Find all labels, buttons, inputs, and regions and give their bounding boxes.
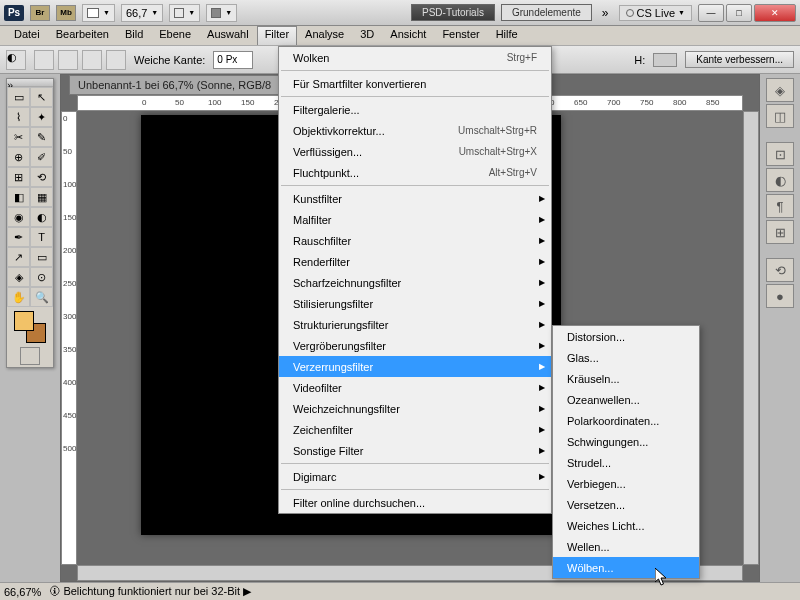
close-button[interactable]: ✕ bbox=[754, 4, 796, 22]
tool-gradient[interactable]: ▦ bbox=[30, 187, 53, 207]
sub-weiches-licht[interactable]: Weiches Licht... bbox=[553, 515, 699, 536]
tool-hand[interactable]: ✋ bbox=[7, 287, 30, 307]
filter-sonstige[interactable]: Sonstige Filter▶ bbox=[279, 440, 551, 461]
filter-digimarc[interactable]: Digimarc▶ bbox=[279, 466, 551, 487]
tool-dodge[interactable]: ◐ bbox=[30, 207, 53, 227]
sub-strudel[interactable]: Strudel... bbox=[553, 452, 699, 473]
menu-bearbeiten[interactable]: Bearbeiten bbox=[48, 26, 117, 45]
menu-ebene[interactable]: Ebene bbox=[151, 26, 199, 45]
ruler-vertical[interactable]: 0 50 100 150 200 250 300 350 400 450 500 bbox=[61, 111, 77, 565]
adjustments-panel-icon[interactable]: ◐ bbox=[766, 168, 794, 192]
filter-verfluessigen[interactable]: Verflüssigen...Umschalt+Strg+X bbox=[279, 141, 551, 162]
tool-heal[interactable]: ⊕ bbox=[7, 147, 30, 167]
workspace-psd-tutorials[interactable]: PSD-Tutorials bbox=[411, 4, 495, 21]
menu-fenster[interactable]: Fenster bbox=[434, 26, 487, 45]
tool-stamp[interactable]: ⊞ bbox=[7, 167, 30, 187]
screen-mode-selector[interactable]: ▼ bbox=[206, 4, 237, 22]
scrollbar-vertical[interactable] bbox=[743, 111, 759, 565]
filter-vergroeberungsfilter[interactable]: Vergröberungsfilter▶ bbox=[279, 335, 551, 356]
menu-analyse[interactable]: Analyse bbox=[297, 26, 352, 45]
tool-type[interactable]: T bbox=[30, 227, 53, 247]
menu-datei[interactable]: Datei bbox=[6, 26, 48, 45]
menu-3d[interactable]: 3D bbox=[352, 26, 382, 45]
tool-path[interactable]: ↗ bbox=[7, 247, 30, 267]
workspace-grundelemente[interactable]: Grundelemente bbox=[501, 4, 592, 21]
filter-videofilter[interactable]: Videofilter▶ bbox=[279, 377, 551, 398]
filter-weichzeichnungsfilter[interactable]: Weichzeichnungsfilter▶ bbox=[279, 398, 551, 419]
menu-hilfe[interactable]: Hilfe bbox=[488, 26, 526, 45]
tool-brush[interactable]: ✐ bbox=[30, 147, 53, 167]
sub-schwingungen[interactable]: Schwingungen... bbox=[553, 431, 699, 452]
filter-kunstfilter[interactable]: Kunstfilter▶ bbox=[279, 188, 551, 209]
minimize-button[interactable]: — bbox=[698, 4, 724, 22]
sub-glas[interactable]: Glas... bbox=[553, 347, 699, 368]
tool-crop[interactable]: ✂ bbox=[7, 127, 30, 147]
filter-renderfilter[interactable]: Renderfilter▶ bbox=[279, 251, 551, 272]
menu-ansicht[interactable]: Ansicht bbox=[382, 26, 434, 45]
feather-input[interactable]: 0 Px bbox=[213, 51, 253, 69]
tool-3dcam[interactable]: ⊙ bbox=[30, 267, 53, 287]
character-panel-icon[interactable]: ¶ bbox=[766, 194, 794, 218]
sub-ozeanwellen[interactable]: Ozeanwellen... bbox=[553, 389, 699, 410]
tool-3d[interactable]: ◈ bbox=[7, 267, 30, 287]
color-swatches[interactable] bbox=[14, 311, 46, 343]
toolbox-handle[interactable]: » bbox=[7, 79, 53, 87]
sel-intersect-icon[interactable] bbox=[106, 50, 126, 70]
tool-move[interactable]: ↖ bbox=[30, 87, 53, 107]
filter-stilisierungsfilter[interactable]: Stilisierungsfilter▶ bbox=[279, 293, 551, 314]
sub-kraeuseln[interactable]: Kräuseln... bbox=[553, 368, 699, 389]
quickmask-toggle[interactable] bbox=[20, 347, 40, 365]
workspace-more-icon[interactable]: » bbox=[598, 6, 613, 20]
height-swatch[interactable] bbox=[653, 53, 677, 67]
cs-live-button[interactable]: CS Live▼ bbox=[619, 5, 692, 21]
sub-woelben[interactable]: Wölben... bbox=[553, 557, 699, 578]
refine-edge-button[interactable]: Kante verbessern... bbox=[685, 51, 794, 68]
sub-verbiegen[interactable]: Verbiegen... bbox=[553, 473, 699, 494]
navigator-panel-icon[interactable]: ⊡ bbox=[766, 142, 794, 166]
sub-distorsion[interactable]: Distorsion... bbox=[553, 326, 699, 347]
view-mode-selector[interactable]: ▼ bbox=[82, 4, 115, 22]
tool-eraser[interactable]: ◧ bbox=[7, 187, 30, 207]
sel-add-icon[interactable] bbox=[58, 50, 78, 70]
tool-wand[interactable]: ✦ bbox=[30, 107, 53, 127]
menu-filter[interactable]: Filter bbox=[257, 26, 297, 45]
menu-auswahl[interactable]: Auswahl bbox=[199, 26, 257, 45]
tool-lasso[interactable]: ⌇ bbox=[7, 107, 30, 127]
tool-shape[interactable]: ▭ bbox=[30, 247, 53, 267]
sub-wellen[interactable]: Wellen... bbox=[553, 536, 699, 557]
filter-rauschfilter[interactable]: Rauschfilter▶ bbox=[279, 230, 551, 251]
tool-eyedropper[interactable]: ✎ bbox=[30, 127, 53, 147]
tool-history[interactable]: ⟲ bbox=[30, 167, 53, 187]
styles-panel-icon[interactable]: ◫ bbox=[766, 104, 794, 128]
document-tab[interactable]: Unbenannt-1 bei 66,7% (Sonne, RGB/8 ✕ bbox=[69, 75, 294, 95]
tool-preset-icon[interactable]: ◐ bbox=[6, 50, 26, 70]
arrange-selector[interactable]: ▼ bbox=[169, 4, 200, 22]
foreground-color[interactable] bbox=[14, 311, 34, 331]
tool-zoom[interactable]: 🔍 bbox=[30, 287, 53, 307]
actions-panel-icon[interactable]: ● bbox=[766, 284, 794, 308]
zoom-selector[interactable]: 66,7▼ bbox=[121, 4, 163, 22]
filter-wolken[interactable]: WolkenStrg+F bbox=[279, 47, 551, 68]
tool-blur[interactable]: ◉ bbox=[7, 207, 30, 227]
minibridge-button[interactable]: Mb bbox=[56, 5, 76, 21]
maximize-button[interactable]: □ bbox=[726, 4, 752, 22]
filter-fluchtpunkt[interactable]: Fluchtpunkt...Alt+Strg+V bbox=[279, 162, 551, 183]
status-zoom[interactable]: 66,67% bbox=[4, 586, 41, 598]
sel-subtract-icon[interactable] bbox=[82, 50, 102, 70]
filter-strukturierungsfilter[interactable]: Strukturierungsfilter▶ bbox=[279, 314, 551, 335]
filter-online[interactable]: Filter online durchsuchen... bbox=[279, 492, 551, 513]
history-panel-icon[interactable]: ⟲ bbox=[766, 258, 794, 282]
bridge-button[interactable]: Br bbox=[30, 5, 50, 21]
tool-pen[interactable]: ✒ bbox=[7, 227, 30, 247]
filter-verzerrungsfilter[interactable]: Verzerrungsfilter▶ bbox=[279, 356, 551, 377]
filter-malfilter[interactable]: Malfilter▶ bbox=[279, 209, 551, 230]
sel-new-icon[interactable] bbox=[34, 50, 54, 70]
filter-zeichenfilter[interactable]: Zeichenfilter▶ bbox=[279, 419, 551, 440]
menu-bild[interactable]: Bild bbox=[117, 26, 151, 45]
filter-scharfzeichnungsfilter[interactable]: Scharfzeichnungsfilter▶ bbox=[279, 272, 551, 293]
swatches-panel-icon[interactable]: ◈ bbox=[766, 78, 794, 102]
tool-marquee[interactable]: ▭ bbox=[7, 87, 30, 107]
filter-galerie[interactable]: Filtergalerie... bbox=[279, 99, 551, 120]
paragraph-panel-icon[interactable]: ⊞ bbox=[766, 220, 794, 244]
sub-versetzen[interactable]: Versetzen... bbox=[553, 494, 699, 515]
